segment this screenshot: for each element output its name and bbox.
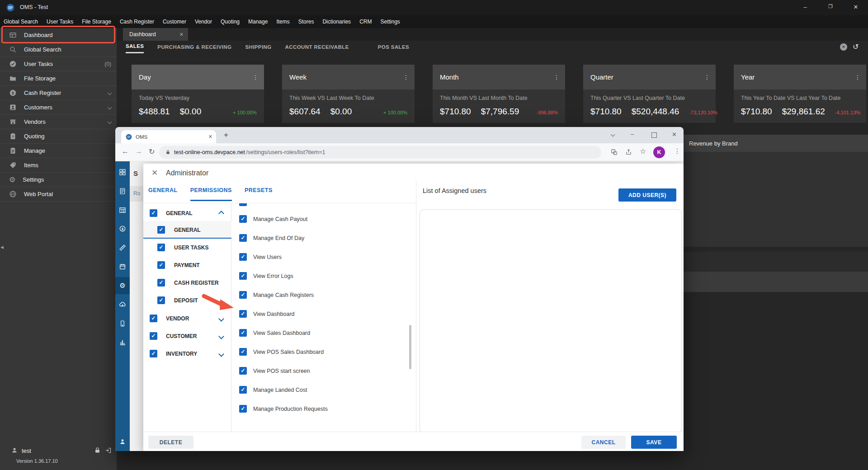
- gear-icon[interactable]: ⚙: [119, 282, 126, 289]
- checkbox-checked[interactable]: [239, 234, 247, 242]
- bookmark-star-icon[interactable]: ☆: [640, 147, 646, 155]
- ruler-icon[interactable]: [119, 244, 126, 251]
- clear-dashboard-icon[interactable]: ✕: [840, 43, 847, 51]
- document-icon[interactable]: [119, 188, 126, 195]
- table-icon[interactable]: [119, 207, 126, 214]
- permission-row-view-dashboard[interactable]: View Dashboard: [143, 309, 415, 320]
- calendar-icon[interactable]: [119, 263, 126, 270]
- checkbox-checked[interactable]: [239, 310, 247, 318]
- sidebar-item-vendors[interactable]: Vendors: [0, 115, 117, 129]
- subtab-sales[interactable]: SALES: [126, 41, 144, 53]
- minimize-button[interactable]: –: [797, 4, 813, 10]
- reload-icon[interactable]: ↻: [149, 147, 155, 156]
- subtab-account-receivable[interactable]: ACCOUNT RECEIVABLE: [285, 42, 349, 53]
- close-modal-icon[interactable]: ✕: [151, 168, 158, 178]
- kebab-menu-icon[interactable]: ⋮: [704, 74, 710, 81]
- tab-permissions[interactable]: PERMISSIONS: [190, 187, 232, 201]
- browser-avatar[interactable]: K: [653, 146, 665, 158]
- menu-manage[interactable]: Manage: [248, 19, 268, 25]
- browser-maximize-button[interactable]: [651, 132, 657, 138]
- menu-vendor[interactable]: Vendor: [195, 19, 212, 25]
- browser-minimize-button[interactable]: –: [631, 131, 634, 137]
- subtab-purchasing-receiving[interactable]: PURCHASING & RECEIVING: [157, 42, 231, 53]
- sidebar-item-global-search[interactable]: Global Search: [0, 42, 117, 57]
- forward-icon[interactable]: →: [135, 147, 142, 155]
- menu-user-tasks[interactable]: User Tasks: [47, 19, 73, 25]
- subtab-shipping[interactable]: SHIPPING: [245, 42, 271, 53]
- permission-row[interactable]: View Users: [143, 252, 415, 263]
- translate-icon[interactable]: [611, 149, 618, 155]
- add-users-button[interactable]: ADD USER(S): [618, 188, 676, 202]
- logout-icon[interactable]: [105, 447, 112, 454]
- cancel-button[interactable]: CANCEL: [581, 436, 626, 449]
- menu-crm[interactable]: CRM: [359, 19, 372, 25]
- back-icon[interactable]: ←: [122, 147, 129, 155]
- close-button[interactable]: ✕: [848, 4, 863, 10]
- kebab-menu-icon[interactable]: ⋮: [403, 74, 409, 81]
- chart-bars-icon[interactable]: [119, 338, 126, 346]
- browser-menu-chevron-icon[interactable]: [611, 132, 615, 137]
- checkbox-partial[interactable]: [239, 203, 247, 206]
- menu-cash-register[interactable]: Cash Register: [120, 19, 154, 25]
- workspace-tab-dashboard[interactable]: Dashboard ✕: [123, 28, 188, 41]
- permission-row[interactable]: Manage Cash Registers: [143, 290, 415, 301]
- checkbox-checked[interactable]: [239, 386, 247, 394]
- checkbox-checked[interactable]: [239, 348, 247, 356]
- reset-dashboard-icon[interactable]: ↺: [853, 42, 859, 51]
- close-tab-icon[interactable]: ✕: [208, 134, 212, 140]
- new-tab-icon[interactable]: +: [224, 131, 228, 140]
- share-icon[interactable]: [625, 149, 632, 155]
- permission-row[interactable]: Manage Cash Payout: [143, 214, 415, 225]
- menu-file-storage[interactable]: File Storage: [82, 19, 111, 25]
- kebab-menu-icon[interactable]: ⋮: [854, 74, 861, 81]
- permission-row[interactable]: View Sales Dashboard: [143, 328, 415, 338]
- menu-items[interactable]: Items: [276, 19, 289, 25]
- url-bar[interactable]: test-online-oms.devpace.net/settings/use…: [159, 146, 601, 159]
- cloud-download-icon[interactable]: [119, 301, 126, 308]
- checkbox-checked[interactable]: [239, 329, 247, 337]
- permission-row[interactable]: View POS start screen: [143, 366, 415, 376]
- sidebar-item-cash-register[interactable]: $ Cash Register: [0, 86, 117, 100]
- browser-tab[interactable]: OMS ✕: [121, 130, 216, 143]
- menu-stores[interactable]: Stores: [298, 19, 314, 25]
- sidebar-item-file-storage[interactable]: File Storage: [0, 71, 117, 86]
- subtab-pos-sales[interactable]: POS SALES: [378, 42, 409, 53]
- device-icon[interactable]: [119, 320, 126, 327]
- checkbox-checked[interactable]: [157, 244, 165, 251]
- menu-quoting[interactable]: Quoting: [221, 19, 240, 25]
- delete-button[interactable]: DELETE: [148, 436, 193, 449]
- checkbox-checked[interactable]: [239, 405, 247, 413]
- permission-row[interactable]: View POS Sales Dashboard: [143, 347, 415, 357]
- menu-customer[interactable]: Customer: [163, 19, 186, 25]
- checkbox-checked[interactable]: [239, 291, 247, 299]
- sidebar-item-items[interactable]: Items: [0, 158, 117, 173]
- browser-close-button[interactable]: ✕: [672, 131, 677, 138]
- close-tab-icon[interactable]: ✕: [179, 32, 184, 38]
- permission-row[interactable]: Manage Production Requests: [143, 404, 415, 414]
- save-button[interactable]: SAVE: [631, 436, 677, 449]
- kebab-menu-icon[interactable]: ⋮: [553, 74, 560, 81]
- dollar-icon[interactable]: $: [119, 225, 126, 232]
- user-icon[interactable]: [119, 438, 126, 445]
- menu-dictionaries[interactable]: Dictionaries: [322, 19, 351, 25]
- permission-row[interactable]: Manage Landed Cost: [143, 385, 415, 395]
- menu-global-search[interactable]: Global Search: [4, 19, 38, 25]
- menu-settings[interactable]: Settings: [380, 19, 400, 25]
- tab-general[interactable]: GENERAL: [148, 187, 178, 201]
- sidebar-item-customers[interactable]: Customers: [0, 100, 117, 115]
- sidebar-collapse-icon[interactable]: ◀: [0, 245, 4, 249]
- checkbox-checked[interactable]: [239, 253, 247, 261]
- sidebar-item-user-tasks[interactable]: User Tasks (0): [0, 57, 117, 71]
- sidebar-item-settings[interactable]: ⚙ Settings: [0, 173, 117, 187]
- checkbox-checked[interactable]: [239, 215, 247, 223]
- checkbox-checked[interactable]: [239, 367, 247, 375]
- scrollbar-thumb[interactable]: [409, 325, 411, 369]
- kebab-menu-icon[interactable]: ⋮: [252, 74, 259, 81]
- checkbox-checked[interactable]: [239, 272, 247, 280]
- sidebar-item-web-portal[interactable]: Web Portal: [0, 187, 117, 202]
- sidebar-item-quoting[interactable]: ? Quoting: [0, 129, 117, 144]
- sidebar-item-manage[interactable]: Manage: [0, 144, 117, 158]
- kebab-menu-icon[interactable]: ⋮: [674, 147, 680, 155]
- permission-row[interactable]: Manage End Of Day: [143, 233, 415, 244]
- tab-presets[interactable]: PRESETS: [245, 187, 273, 201]
